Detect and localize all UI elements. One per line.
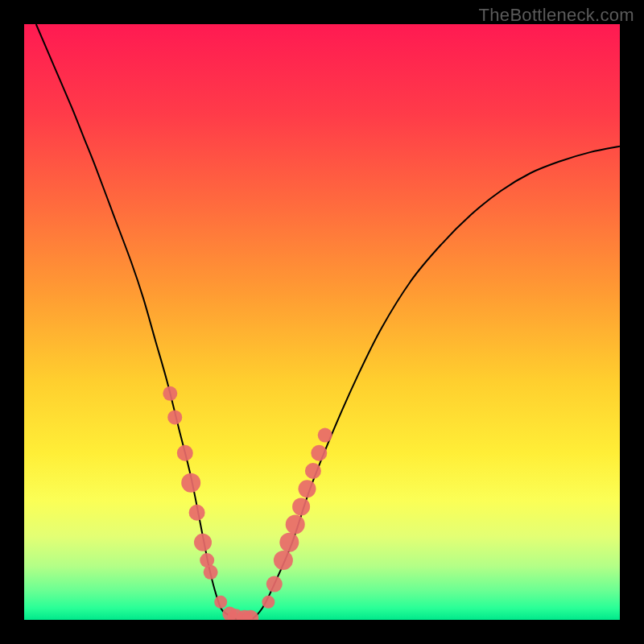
highlight-dot (204, 565, 218, 580)
bottleneck-curve (36, 24, 620, 620)
highlight-dot (167, 410, 182, 424)
highlight-dot (299, 480, 316, 497)
highlight-dot (266, 576, 283, 592)
highlight-dot (177, 445, 193, 461)
highlight-dots-group (163, 386, 332, 620)
highlight-dot (262, 596, 275, 609)
highlight-dot (311, 445, 327, 461)
highlight-dot (274, 551, 293, 570)
highlight-dot (305, 463, 321, 479)
highlight-dot (286, 515, 305, 535)
highlight-dot (181, 473, 200, 493)
highlight-dot (279, 533, 299, 552)
plot-area (24, 24, 620, 620)
highlight-dot (194, 534, 212, 551)
highlight-dot (189, 505, 205, 521)
highlight-dot (214, 596, 227, 609)
chart-frame: TheBottleneck.com (0, 0, 644, 644)
chart-curve-layer (24, 24, 620, 620)
highlight-dot (318, 428, 332, 443)
highlight-dot (163, 386, 177, 401)
watermark-label: TheBottleneck.com (479, 5, 634, 26)
highlight-dot (292, 497, 310, 515)
